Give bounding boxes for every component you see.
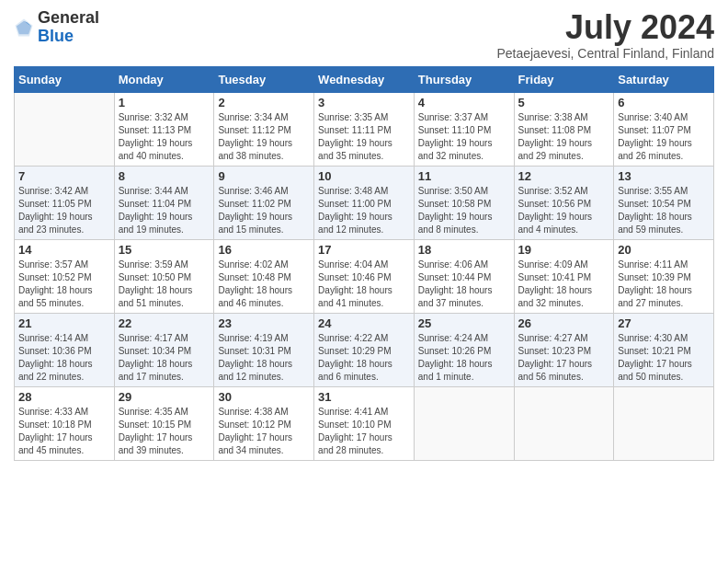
day-number: 22: [119, 316, 210, 330]
day-number: 30: [218, 390, 310, 404]
logo-text: General Blue: [38, 9, 99, 46]
day-number: 3: [318, 96, 410, 109]
calendar-cell: 9Sunrise: 3:46 AM Sunset: 11:02 PM Dayli…: [214, 166, 314, 239]
day-info: Sunrise: 4:04 AM Sunset: 10:46 PM Daylig…: [318, 259, 410, 310]
logo-icon: [14, 17, 34, 38]
day-number: 13: [618, 169, 710, 183]
calendar-cell: 8Sunrise: 3:44 AM Sunset: 11:04 PM Dayli…: [114, 166, 214, 239]
calendar-cell: [614, 386, 714, 460]
calendar-cell: 11Sunrise: 3:50 AM Sunset: 10:58 PM Dayl…: [414, 166, 514, 239]
day-info: Sunrise: 3:32 AM Sunset: 11:13 PM Daylig…: [119, 111, 210, 163]
day-number: 6: [618, 96, 710, 109]
day-number: 19: [518, 243, 610, 257]
day-info: Sunrise: 4:02 AM Sunset: 10:48 PM Daylig…: [218, 259, 310, 310]
calendar-cell: 14Sunrise: 3:57 AM Sunset: 10:52 PM Dayl…: [15, 239, 115, 313]
calendar-cell: 3Sunrise: 3:35 AM Sunset: 11:11 PM Dayli…: [314, 92, 415, 166]
calendar-cell: 5Sunrise: 3:38 AM Sunset: 11:08 PM Dayli…: [514, 92, 614, 166]
calendar-table: SundayMondayTuesdayWednesdayThursdayFrid…: [14, 66, 714, 461]
header-thursday: Thursday: [414, 66, 514, 92]
calendar-cell: 31Sunrise: 4:41 AM Sunset: 10:10 PM Dayl…: [314, 386, 415, 460]
calendar-cell: 7Sunrise: 3:42 AM Sunset: 11:05 PM Dayli…: [15, 166, 115, 239]
month-year-title: July 2024: [496, 9, 714, 46]
calendar-cell: 13Sunrise: 3:55 AM Sunset: 10:54 PM Dayl…: [614, 166, 714, 239]
day-info: Sunrise: 4:17 AM Sunset: 10:34 PM Daylig…: [119, 332, 210, 384]
day-number: 16: [218, 243, 310, 257]
day-number: 24: [318, 316, 410, 330]
day-info: Sunrise: 3:57 AM Sunset: 10:52 PM Daylig…: [18, 259, 110, 310]
day-number: 9: [218, 169, 310, 183]
location-subtitle: Petaejaevesi, Central Finland, Finland: [496, 46, 714, 61]
day-info: Sunrise: 4:14 AM Sunset: 10:36 PM Daylig…: [18, 332, 110, 384]
calendar-cell: 18Sunrise: 4:06 AM Sunset: 10:44 PM Dayl…: [414, 239, 514, 313]
day-number: 18: [418, 243, 510, 257]
day-info: Sunrise: 3:37 AM Sunset: 11:10 PM Daylig…: [418, 111, 510, 163]
day-info: Sunrise: 3:50 AM Sunset: 10:58 PM Daylig…: [418, 185, 510, 236]
calendar-week-row: 14Sunrise: 3:57 AM Sunset: 10:52 PM Dayl…: [15, 239, 714, 313]
day-number: 28: [18, 390, 110, 404]
header-monday: Monday: [114, 66, 214, 92]
day-number: 21: [18, 316, 110, 330]
calendar-cell: 15Sunrise: 3:59 AM Sunset: 10:50 PM Dayl…: [114, 239, 214, 313]
page-header: General Blue July 2024 Petaejaevesi, Cen…: [14, 9, 714, 61]
day-info: Sunrise: 4:41 AM Sunset: 10:10 PM Daylig…: [318, 406, 410, 457]
calendar-cell: 22Sunrise: 4:17 AM Sunset: 10:34 PM Dayl…: [114, 313, 214, 386]
day-info: Sunrise: 4:22 AM Sunset: 10:29 PM Daylig…: [318, 332, 410, 384]
calendar-cell: 17Sunrise: 4:04 AM Sunset: 10:46 PM Dayl…: [314, 239, 415, 313]
day-info: Sunrise: 4:38 AM Sunset: 10:12 PM Daylig…: [218, 406, 310, 457]
day-info: Sunrise: 3:40 AM Sunset: 11:07 PM Daylig…: [618, 111, 710, 163]
logo-general: General: [38, 9, 99, 28]
day-info: Sunrise: 3:38 AM Sunset: 11:08 PM Daylig…: [518, 111, 610, 163]
calendar-cell: 10Sunrise: 3:48 AM Sunset: 11:00 PM Dayl…: [314, 166, 415, 239]
calendar-cell: 6Sunrise: 3:40 AM Sunset: 11:07 PM Dayli…: [614, 92, 714, 166]
header-wednesday: Wednesday: [314, 66, 415, 92]
day-number: 29: [119, 390, 210, 404]
day-info: Sunrise: 3:55 AM Sunset: 10:54 PM Daylig…: [618, 185, 710, 236]
day-info: Sunrise: 4:06 AM Sunset: 10:44 PM Daylig…: [418, 259, 510, 310]
day-info: Sunrise: 4:19 AM Sunset: 10:31 PM Daylig…: [218, 332, 310, 384]
header-tuesday: Tuesday: [214, 66, 314, 92]
day-info: Sunrise: 3:34 AM Sunset: 11:12 PM Daylig…: [218, 111, 310, 163]
calendar-cell: 1Sunrise: 3:32 AM Sunset: 11:13 PM Dayli…: [114, 92, 214, 166]
calendar-week-row: 1Sunrise: 3:32 AM Sunset: 11:13 PM Dayli…: [15, 92, 714, 166]
calendar-cell: 19Sunrise: 4:09 AM Sunset: 10:41 PM Dayl…: [514, 239, 614, 313]
day-info: Sunrise: 4:09 AM Sunset: 10:41 PM Daylig…: [518, 259, 610, 310]
calendar-cell: 30Sunrise: 4:38 AM Sunset: 10:12 PM Dayl…: [214, 386, 314, 460]
day-info: Sunrise: 3:44 AM Sunset: 11:04 PM Daylig…: [119, 185, 210, 236]
calendar-cell: 29Sunrise: 4:35 AM Sunset: 10:15 PM Dayl…: [114, 386, 214, 460]
day-number: 11: [418, 169, 510, 183]
day-number: 1: [119, 96, 210, 109]
calendar-cell: [414, 386, 514, 460]
day-info: Sunrise: 4:35 AM Sunset: 10:15 PM Daylig…: [119, 406, 210, 457]
calendar-cell: 24Sunrise: 4:22 AM Sunset: 10:29 PM Dayl…: [314, 313, 415, 386]
calendar-cell: 23Sunrise: 4:19 AM Sunset: 10:31 PM Dayl…: [214, 313, 314, 386]
day-info: Sunrise: 3:42 AM Sunset: 11:05 PM Daylig…: [18, 185, 110, 236]
day-info: Sunrise: 3:59 AM Sunset: 10:50 PM Daylig…: [119, 259, 210, 310]
header-saturday: Saturday: [614, 66, 714, 92]
calendar-week-row: 7Sunrise: 3:42 AM Sunset: 11:05 PM Dayli…: [15, 166, 714, 239]
calendar-cell: 25Sunrise: 4:24 AM Sunset: 10:26 PM Dayl…: [414, 313, 514, 386]
day-info: Sunrise: 3:52 AM Sunset: 10:56 PM Daylig…: [518, 185, 610, 236]
day-number: 12: [518, 169, 610, 183]
day-info: Sunrise: 4:27 AM Sunset: 10:23 PM Daylig…: [518, 332, 610, 384]
header-sunday: Sunday: [15, 66, 115, 92]
day-number: 14: [18, 243, 110, 257]
day-info: Sunrise: 4:11 AM Sunset: 10:39 PM Daylig…: [618, 259, 710, 310]
day-info: Sunrise: 3:46 AM Sunset: 11:02 PM Daylig…: [218, 185, 310, 236]
day-number: 10: [318, 169, 410, 183]
day-info: Sunrise: 3:48 AM Sunset: 11:00 PM Daylig…: [318, 185, 410, 236]
logo: General Blue: [14, 9, 99, 46]
day-number: 17: [318, 243, 410, 257]
day-number: 5: [518, 96, 610, 109]
calendar-cell: [514, 386, 614, 460]
day-number: 31: [318, 390, 410, 404]
day-info: Sunrise: 4:30 AM Sunset: 10:21 PM Daylig…: [618, 332, 710, 384]
day-number: 7: [18, 169, 110, 183]
day-number: 8: [119, 169, 210, 183]
calendar-cell: [15, 92, 115, 166]
day-info: Sunrise: 4:33 AM Sunset: 10:18 PM Daylig…: [18, 406, 110, 457]
header-friday: Friday: [514, 66, 614, 92]
day-info: Sunrise: 3:35 AM Sunset: 11:11 PM Daylig…: [318, 111, 410, 163]
calendar-cell: 21Sunrise: 4:14 AM Sunset: 10:36 PM Dayl…: [15, 313, 115, 386]
day-number: 20: [618, 243, 710, 257]
calendar-cell: 27Sunrise: 4:30 AM Sunset: 10:21 PM Dayl…: [614, 313, 714, 386]
